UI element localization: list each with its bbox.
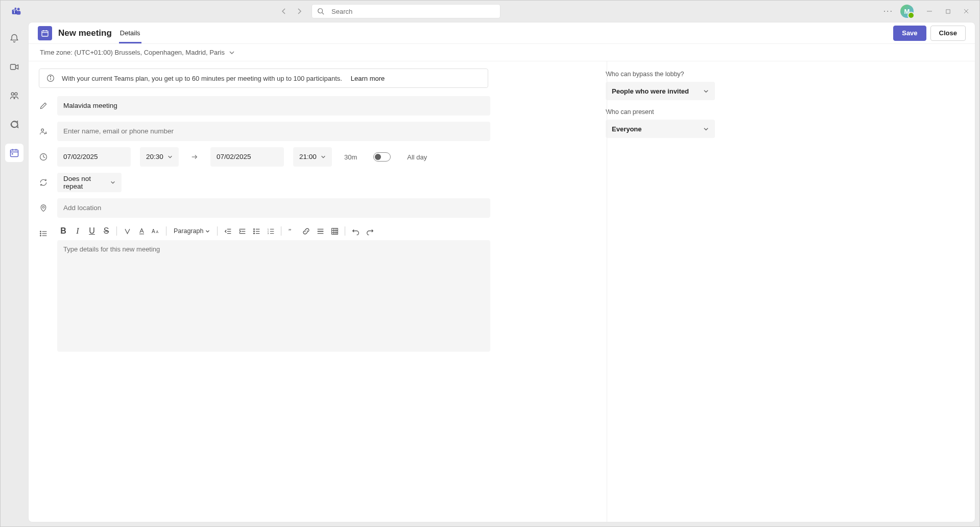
rail-activity[interactable] [5, 29, 23, 48]
rail-chat[interactable] [5, 115, 23, 133]
info-icon [46, 74, 55, 82]
svg-text:”: ” [289, 227, 292, 235]
svg-line-6 [322, 13, 324, 15]
window-close-button[interactable] [958, 4, 975, 18]
svg-point-38 [40, 233, 41, 234]
svg-point-33 [42, 207, 44, 209]
table-button[interactable] [328, 225, 341, 237]
bullet-list-button[interactable] [250, 225, 262, 237]
who-can-present-select[interactable]: Everyone [606, 120, 715, 138]
rail-calendar[interactable] [5, 144, 23, 162]
end-date-input[interactable]: 07/02/2025 [210, 147, 284, 167]
location-input[interactable]: Add location [57, 198, 490, 218]
recurrence-select[interactable]: Does not repeat [57, 173, 122, 192]
timezone-prefix: Time zone: [40, 49, 73, 56]
svg-point-50 [254, 228, 255, 230]
undo-button[interactable] [349, 225, 362, 237]
font-color-button[interactable] [135, 225, 148, 237]
svg-rect-20 [42, 31, 48, 36]
timezone-selector[interactable]: Time zone: (UTC+01:00) Brussels, Copenha… [29, 44, 975, 61]
description-icon [39, 224, 48, 243]
start-time-value: 20:30 [146, 153, 163, 161]
bold-button[interactable]: B [57, 225, 69, 237]
panel-header: New meeting Details Save Close [29, 22, 975, 44]
underline-button[interactable]: U [86, 225, 98, 237]
tab-details[interactable]: Details [119, 23, 141, 43]
all-day-label: All day [407, 153, 427, 161]
chevron-down-icon [703, 88, 709, 94]
start-date-value: 07/02/2025 [63, 153, 98, 161]
svg-point-28 [45, 132, 46, 133]
rail-community[interactable] [5, 86, 23, 105]
chevron-down-icon [110, 180, 115, 185]
chevron-down-icon [229, 50, 235, 56]
hr-button[interactable] [314, 225, 326, 237]
search-input[interactable]: Search [312, 4, 500, 18]
who-can-present-label: Who can present [606, 108, 733, 116]
svg-rect-66 [332, 228, 338, 234]
close-button[interactable]: Close [930, 26, 966, 41]
nav-back-button[interactable] [278, 5, 290, 17]
outdent-button[interactable] [222, 225, 234, 237]
learn-more-link[interactable]: Learn more [351, 75, 385, 82]
clock-icon [39, 147, 48, 167]
number-list-button[interactable]: 123 [265, 225, 277, 237]
meeting-options-column: Who can bypass the lobby? People who wer… [606, 61, 749, 522]
rail-meet[interactable] [5, 58, 23, 76]
form-column: With your current Teams plan, you get up… [29, 61, 606, 522]
more-button[interactable]: ··· [879, 7, 897, 16]
calendar-icon [38, 26, 52, 40]
quote-button[interactable]: ” [285, 225, 298, 237]
end-time-value: 21:00 [299, 153, 317, 161]
save-button[interactable]: Save [893, 26, 926, 41]
all-day-toggle[interactable] [373, 152, 391, 162]
panel-body: With your current Teams plan, you get up… [29, 61, 975, 522]
start-date-input[interactable]: 07/02/2025 [57, 147, 131, 167]
svg-rect-8 [946, 9, 949, 13]
end-time-select[interactable]: 21:00 [293, 147, 332, 167]
svg-point-26 [50, 76, 51, 77]
recurrence-value: Does not repeat [63, 175, 110, 190]
svg-rect-15 [11, 150, 18, 156]
location-icon [39, 198, 48, 218]
plan-info-banner: With your current Teams plan, you get up… [39, 68, 488, 88]
banner-text: With your current Teams plan, you get up… [62, 75, 342, 82]
details-textarea[interactable]: Type details for this new meeting [57, 240, 490, 352]
rich-text-toolbar: B I U S AA [57, 224, 490, 238]
history-nav [278, 5, 305, 17]
svg-rect-19 [12, 153, 13, 155]
svg-text:T: T [13, 10, 16, 14]
arrow-right-icon [191, 153, 198, 161]
start-time-select[interactable]: 20:30 [140, 147, 179, 167]
search-placeholder: Search [331, 8, 352, 15]
user-avatar[interactable]: M [900, 5, 914, 18]
who-can-present-value: Everyone [612, 125, 642, 133]
bypass-lobby-select[interactable]: People who were invited [606, 82, 715, 100]
main-panel: New meeting Details Save Close Time zone… [28, 22, 975, 522]
svg-point-37 [40, 231, 41, 232]
bypass-lobby-label: Who can bypass the lobby? [606, 71, 733, 78]
svg-text:A: A [152, 228, 155, 234]
column-divider [607, 61, 607, 522]
paragraph-style-select[interactable]: Paragraph [171, 227, 213, 235]
italic-button[interactable]: I [71, 225, 84, 237]
app-rail [1, 22, 28, 526]
link-button[interactable] [300, 225, 312, 237]
chevron-down-icon [168, 154, 173, 159]
font-size-button[interactable]: AA [150, 225, 162, 237]
meeting-title-input[interactable]: Malavida meeting [57, 96, 490, 116]
svg-point-27 [41, 129, 43, 131]
chevron-down-icon [703, 126, 709, 132]
highlight-button[interactable] [121, 225, 133, 237]
duration-label: 30m [344, 153, 357, 161]
indent-button[interactable] [236, 225, 248, 237]
svg-rect-2 [16, 11, 20, 14]
nav-forward-button[interactable] [293, 5, 305, 17]
details-placeholder: Type details for this new meeting [63, 245, 160, 253]
window-minimize-button[interactable] [921, 4, 938, 18]
bypass-lobby-value: People who were invited [612, 87, 689, 95]
window-maximize-button[interactable] [939, 4, 957, 18]
attendees-input[interactable]: Enter name, email or phone number [57, 122, 490, 141]
redo-button[interactable] [364, 225, 376, 237]
strike-button[interactable]: S [100, 225, 112, 237]
